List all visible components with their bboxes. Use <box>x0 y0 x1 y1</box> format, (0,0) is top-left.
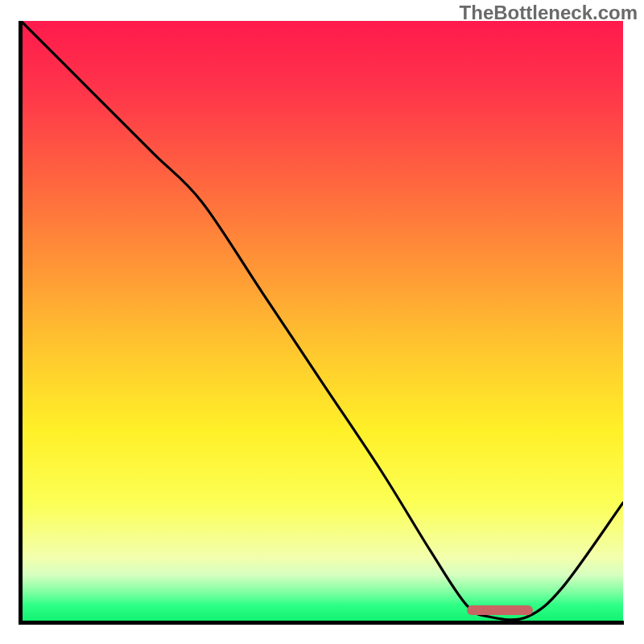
optimal-range-marker <box>467 605 533 615</box>
y-axis <box>19 21 23 625</box>
chart-container: TheBottleneck.com <box>0 0 644 644</box>
plot-area <box>21 21 623 623</box>
bottleneck-curve <box>21 21 623 623</box>
x-axis <box>19 621 624 625</box>
watermark-text: TheBottleneck.com <box>460 2 638 24</box>
